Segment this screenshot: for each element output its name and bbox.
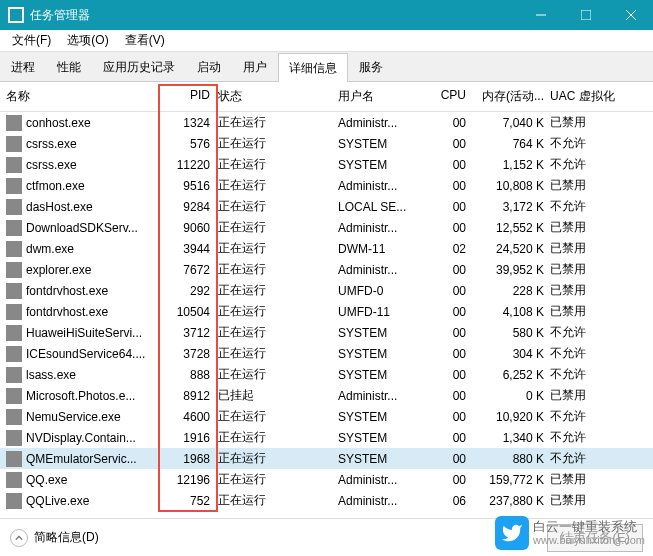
close-button[interactable] (608, 0, 653, 30)
process-pid: 1916 (164, 431, 218, 445)
process-pid: 752 (164, 494, 218, 508)
process-cpu: 00 (430, 179, 472, 193)
tab-6[interactable]: 服务 (348, 52, 394, 81)
table-row[interactable]: fontdrvhost.exe10504正在运行UMFD-11004,108 K… (0, 301, 653, 322)
table-row[interactable]: QMEmulatorServic...1968正在运行SYSTEM00880 K… (0, 448, 653, 469)
process-icon (6, 241, 22, 257)
process-uac: 不允许 (550, 345, 630, 362)
process-name: HuaweiHiSuiteServi... (26, 326, 142, 340)
process-status: 正在运行 (218, 282, 338, 299)
process-pid: 11220 (164, 158, 218, 172)
process-list: conhost.exe1324正在运行Administr...007,040 K… (0, 112, 653, 511)
process-mem: 880 K (472, 452, 550, 466)
process-cpu: 00 (430, 389, 472, 403)
table-row[interactable]: ICEsoundService64....3728正在运行SYSTEM00304… (0, 343, 653, 364)
table-row[interactable]: NemuService.exe4600正在运行SYSTEM0010,920 K不… (0, 406, 653, 427)
process-user: SYSTEM (338, 431, 430, 445)
menu-view[interactable]: 查看(V) (117, 30, 173, 51)
menu-file[interactable]: 文件(F) (4, 30, 59, 51)
tab-5[interactable]: 详细信息 (278, 53, 348, 82)
col-pid[interactable]: PID (164, 88, 218, 105)
process-pid: 7672 (164, 263, 218, 277)
process-mem: 0 K (472, 389, 550, 403)
table-row[interactable]: HuaweiHiSuiteServi...3712正在运行SYSTEM00580… (0, 322, 653, 343)
process-icon (6, 409, 22, 425)
table-row[interactable]: NVDisplay.Contain...1916正在运行SYSTEM001,34… (0, 427, 653, 448)
tab-0[interactable]: 进程 (0, 52, 46, 81)
process-uac: 已禁用 (550, 282, 630, 299)
process-user: LOCAL SE... (338, 200, 430, 214)
process-status: 正在运行 (218, 261, 338, 278)
process-pid: 1324 (164, 116, 218, 130)
table-row[interactable]: lsass.exe888正在运行SYSTEM006,252 K不允许 (0, 364, 653, 385)
process-pid: 9060 (164, 221, 218, 235)
process-icon (6, 199, 22, 215)
process-cpu: 00 (430, 368, 472, 382)
table-row[interactable]: csrss.exe576正在运行SYSTEM00764 K不允许 (0, 133, 653, 154)
less-details-label[interactable]: 简略信息(D) (34, 529, 99, 546)
table-row[interactable]: QQLive.exe752正在运行Administr...06237,880 K… (0, 490, 653, 511)
table-row[interactable]: explorer.exe7672正在运行Administr...0039,952… (0, 259, 653, 280)
process-uac: 已禁用 (550, 114, 630, 131)
process-name: QQLive.exe (26, 494, 89, 508)
table-row[interactable]: ctfmon.exe9516正在运行Administr...0010,808 K… (0, 175, 653, 196)
tab-4[interactable]: 用户 (232, 52, 278, 81)
col-name[interactable]: 名称 (6, 88, 164, 105)
col-uac[interactable]: UAC 虚拟化 (550, 88, 630, 105)
process-user: Administr... (338, 263, 430, 277)
table-row[interactable]: conhost.exe1324正在运行Administr...007,040 K… (0, 112, 653, 133)
tab-1[interactable]: 性能 (46, 52, 92, 81)
tab-3[interactable]: 启动 (186, 52, 232, 81)
process-uac: 已禁用 (550, 177, 630, 194)
process-pid: 4600 (164, 410, 218, 424)
process-status: 正在运行 (218, 324, 338, 341)
process-mem: 1,152 K (472, 158, 550, 172)
minimize-button[interactable] (518, 0, 563, 30)
process-mem: 7,040 K (472, 116, 550, 130)
table-row[interactable]: Microsoft.Photos.e...8912已挂起Administr...… (0, 385, 653, 406)
process-mem: 3,172 K (472, 200, 550, 214)
process-uac: 已禁用 (550, 219, 630, 236)
table-row[interactable]: csrss.exe11220正在运行SYSTEM001,152 K不允许 (0, 154, 653, 175)
process-mem: 228 K (472, 284, 550, 298)
less-details-toggle[interactable] (10, 529, 28, 547)
table-row[interactable]: fontdrvhost.exe292正在运行UMFD-000228 K已禁用 (0, 280, 653, 301)
process-icon (6, 430, 22, 446)
process-uac: 不允许 (550, 156, 630, 173)
process-uac: 已禁用 (550, 471, 630, 488)
table-row[interactable]: dwm.exe3944正在运行DWM-110224,520 K已禁用 (0, 238, 653, 259)
process-status: 正在运行 (218, 471, 338, 488)
process-cpu: 00 (430, 137, 472, 151)
process-user: Administr... (338, 221, 430, 235)
process-uac: 不允许 (550, 429, 630, 446)
process-icon (6, 388, 22, 404)
process-icon (6, 115, 22, 131)
table-row[interactable]: dasHost.exe9284正在运行LOCAL SE...003,172 K不… (0, 196, 653, 217)
process-user: Administr... (338, 179, 430, 193)
process-cpu: 00 (430, 284, 472, 298)
table-row[interactable]: QQ.exe12196正在运行Administr...00159,772 K已禁… (0, 469, 653, 490)
process-mem: 24,520 K (472, 242, 550, 256)
tab-2[interactable]: 应用历史记录 (92, 52, 186, 81)
process-icon (6, 304, 22, 320)
maximize-button[interactable] (563, 0, 608, 30)
table-row[interactable]: DownloadSDKServ...9060正在运行Administr...00… (0, 217, 653, 238)
column-headers: 名称 PID 状态 用户名 CPU 内存(活动... UAC 虚拟化 (0, 82, 653, 112)
process-user: Administr... (338, 389, 430, 403)
col-mem[interactable]: 内存(活动... (472, 88, 550, 105)
watermark-bird-icon (495, 516, 529, 550)
process-icon (6, 136, 22, 152)
process-pid: 3712 (164, 326, 218, 340)
col-status[interactable]: 状态 (218, 88, 338, 105)
col-user[interactable]: 用户名 (338, 88, 430, 105)
process-uac: 已禁用 (550, 303, 630, 320)
process-status: 正在运行 (218, 429, 338, 446)
col-cpu[interactable]: CPU (430, 88, 472, 105)
process-uac: 不允许 (550, 366, 630, 383)
process-name: explorer.exe (26, 263, 91, 277)
menu-options[interactable]: 选项(O) (59, 30, 116, 51)
process-cpu: 00 (430, 305, 472, 319)
process-cpu: 00 (430, 452, 472, 466)
process-uac: 已禁用 (550, 261, 630, 278)
process-mem: 764 K (472, 137, 550, 151)
